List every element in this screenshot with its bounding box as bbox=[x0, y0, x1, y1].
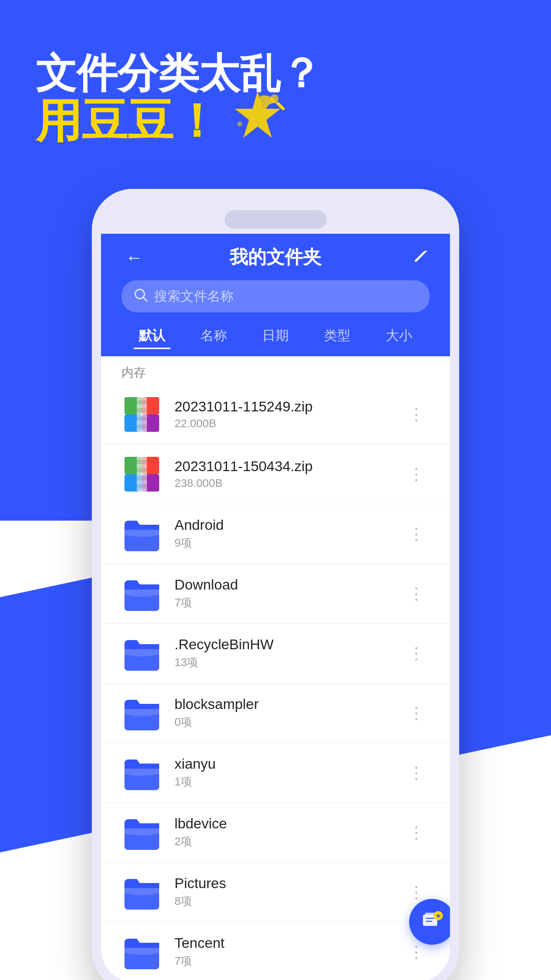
file-meta: 1项 bbox=[174, 774, 403, 790]
folder-icon bbox=[121, 872, 162, 913]
file-name: 20231011-150434.zip bbox=[174, 458, 403, 475]
folder-svg bbox=[122, 576, 161, 611]
file-name: Download bbox=[174, 577, 403, 593]
file-info: Pictures 8项 bbox=[174, 875, 403, 909]
phone-notch bbox=[224, 210, 327, 229]
title-row: ← 我的文件夹 bbox=[121, 245, 430, 270]
svg-line-3 bbox=[278, 104, 283, 109]
folder-icon bbox=[121, 693, 162, 733]
svg-rect-13 bbox=[137, 408, 147, 412]
folder-icon bbox=[121, 812, 162, 853]
more-menu-icon[interactable]: ⋮ bbox=[403, 698, 430, 728]
star-decoration-icon bbox=[230, 88, 286, 144]
file-name: .RecycleBinHW bbox=[174, 636, 403, 653]
list-item[interactable]: 20231011-150434.zip 238.000B ⋮ bbox=[101, 445, 450, 504]
folder-svg bbox=[122, 875, 161, 910]
file-meta: 2项 bbox=[174, 834, 403, 849]
list-item[interactable]: Android 9项 ⋮ bbox=[101, 504, 450, 564]
list-item[interactable]: .RecycleBinHW 13项 ⋮ bbox=[101, 624, 450, 683]
folder-svg bbox=[122, 815, 161, 850]
svg-rect-22 bbox=[137, 460, 147, 464]
file-meta: 8项 bbox=[174, 894, 403, 909]
search-icon bbox=[134, 288, 148, 305]
sort-tab-default[interactable]: 默认 bbox=[134, 324, 170, 349]
svg-rect-25 bbox=[137, 484, 147, 488]
sort-tab-date[interactable]: 日期 bbox=[257, 324, 294, 349]
file-meta: 22.000B bbox=[174, 417, 403, 430]
list-item[interactable]: xianyu 1项 ⋮ bbox=[101, 743, 450, 803]
file-meta: 0项 bbox=[174, 715, 403, 730]
file-meta: 238.000B bbox=[174, 477, 403, 490]
file-info: 20231011-115249.zip 22.000B bbox=[174, 399, 403, 430]
svg-rect-24 bbox=[137, 476, 147, 480]
zip-file-icon bbox=[122, 395, 161, 434]
search-placeholder: 搜索文件名称 bbox=[154, 287, 234, 305]
file-name: lbdevice bbox=[174, 816, 403, 832]
file-meta: 7项 bbox=[174, 595, 403, 610]
list-item[interactable]: Download 7项 ⋮ bbox=[101, 564, 450, 624]
fab-button[interactable]: ★ bbox=[409, 899, 450, 945]
search-bar[interactable]: 搜索文件名称 bbox=[121, 280, 430, 312]
file-name: blocksampler bbox=[174, 696, 403, 713]
more-menu-icon[interactable]: ⋮ bbox=[403, 758, 430, 788]
sort-tabs: 默认 名称 日期 类型 大小 bbox=[121, 324, 430, 356]
sort-tab-type[interactable]: 类型 bbox=[319, 324, 356, 349]
list-item[interactable]: lbdevice 2项 ⋮ bbox=[101, 803, 450, 863]
list-item[interactable]: blocksampler 0项 ⋮ bbox=[101, 683, 450, 743]
file-meta: 7项 bbox=[174, 953, 403, 969]
file-name: xianyu bbox=[174, 756, 403, 772]
file-list: 内存 bbox=[101, 356, 450, 980]
more-menu-icon[interactable]: ⋮ bbox=[403, 400, 430, 429]
svg-text:★: ★ bbox=[436, 913, 441, 919]
folder-svg bbox=[122, 636, 161, 671]
file-name: Pictures bbox=[174, 875, 403, 892]
app-title: 我的文件夹 bbox=[147, 245, 404, 270]
back-button[interactable]: ← bbox=[121, 248, 147, 267]
file-meta: 13项 bbox=[174, 655, 403, 670]
svg-rect-15 bbox=[137, 425, 147, 429]
zip-icon bbox=[121, 394, 162, 435]
file-info: 20231011-150434.zip 238.000B bbox=[174, 458, 403, 490]
sort-tab-name[interactable]: 名称 bbox=[195, 324, 232, 349]
more-menu-icon[interactable]: ⋮ bbox=[403, 579, 430, 608]
svg-rect-12 bbox=[137, 400, 147, 404]
more-menu-icon[interactable]: ⋮ bbox=[403, 459, 430, 489]
sort-tab-size[interactable]: 大小 bbox=[381, 324, 417, 349]
phone-screen: ← 我的文件夹 bbox=[101, 198, 450, 980]
file-name: 20231011-115249.zip bbox=[174, 399, 403, 415]
list-item[interactable]: Pictures 8项 ★ bbox=[101, 863, 450, 922]
app-header: ← 我的文件夹 bbox=[101, 234, 450, 356]
folder-svg bbox=[122, 517, 161, 551]
file-info: Tencent 7项 bbox=[174, 935, 403, 969]
file-info: .RecycleBinHW 13项 bbox=[174, 636, 403, 670]
more-menu-icon[interactable]: ⋮ bbox=[403, 519, 430, 549]
hero-line2-text: 用豆豆！ bbox=[36, 96, 219, 146]
folder-icon bbox=[121, 932, 162, 972]
hero-section: 文件分类太乱？ 用豆豆！ bbox=[36, 51, 321, 146]
file-info: lbdevice 2项 bbox=[174, 816, 403, 849]
svg-rect-14 bbox=[137, 416, 147, 421]
fab-icon: ★ bbox=[421, 911, 443, 933]
file-name: Tencent bbox=[174, 935, 403, 951]
folder-icon bbox=[121, 573, 162, 614]
phone-mockup: ← 我的文件夹 bbox=[92, 189, 459, 980]
section-label: 内存 bbox=[101, 356, 450, 385]
more-menu-icon[interactable]: ⋮ bbox=[403, 818, 430, 847]
list-item[interactable]: Tencent 7项 ⋮ bbox=[101, 922, 450, 980]
edit-button[interactable] bbox=[404, 247, 430, 268]
file-info: Download 7项 bbox=[174, 577, 403, 610]
svg-point-2 bbox=[237, 121, 242, 127]
list-item[interactable]: 20231011-115249.zip 22.000B ⋮ bbox=[101, 385, 450, 445]
svg-line-5 bbox=[143, 298, 147, 301]
phone-body: ← 我的文件夹 bbox=[92, 189, 459, 980]
folder-icon bbox=[121, 752, 162, 793]
svg-rect-23 bbox=[137, 468, 147, 472]
folder-svg bbox=[122, 755, 161, 790]
more-menu-icon[interactable]: ⋮ bbox=[403, 639, 430, 668]
file-info: blocksampler 0项 bbox=[174, 696, 403, 730]
svg-rect-27 bbox=[425, 913, 435, 915]
folder-icon bbox=[121, 513, 162, 554]
folder-svg bbox=[122, 935, 161, 969]
zip-file-icon-2 bbox=[122, 455, 161, 494]
file-info: Android 9项 bbox=[174, 517, 403, 551]
